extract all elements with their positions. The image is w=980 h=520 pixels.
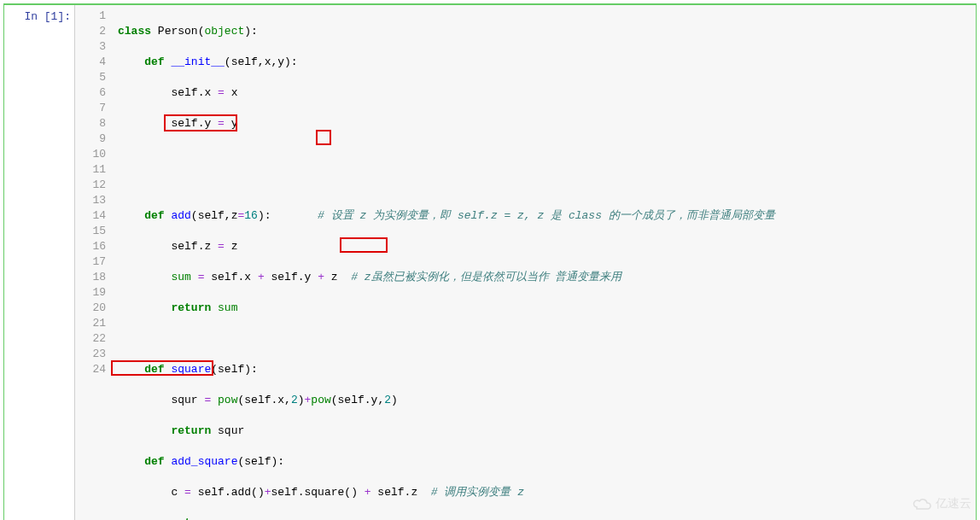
code-line: c = self.add()+self.square() + self.z # …: [118, 485, 969, 500]
line-number: 20: [75, 301, 106, 316]
line-number: 13: [75, 193, 106, 208]
line-number: 9: [75, 131, 106, 147]
line-number: 23: [75, 347, 106, 362]
watermark: 亿速云: [912, 496, 971, 511]
code-line: def square(self):: [118, 362, 969, 377]
line-number: 8: [75, 116, 106, 131]
line-number: 5: [75, 70, 106, 85]
code-line: squr = pow(self.x,2)+pow(self.y,2): [118, 393, 969, 408]
code-area: 1 2 3 4 5 6 7 8 9 10 11 12 13 14 15 16 1…: [74, 5, 976, 520]
line-number: 22: [75, 331, 106, 347]
line-number-gutter: 1 2 3 4 5 6 7 8 9 10 11 12 13 14 15 16 1…: [75, 5, 111, 520]
line-number: 16: [75, 239, 106, 254]
code-line: class Person(object):: [118, 24, 969, 39]
cloud-icon: [912, 497, 932, 511]
code-editor[interactable]: class Person(object): def __init__(self,…: [111, 5, 976, 520]
line-number: 4: [75, 55, 106, 70]
line-number: 3: [75, 39, 106, 55]
line-number: 1: [75, 9, 106, 24]
jupyter-code-cell[interactable]: In [1]: 1 2 3 4 5 6 7 8 9 10 11 12 13 14…: [3, 3, 977, 520]
line-number: 11: [75, 162, 106, 178]
line-number: 21: [75, 316, 106, 331]
code-line: return c: [118, 516, 969, 520]
code-line: self.y = y: [118, 116, 969, 131]
line-number: 2: [75, 24, 106, 39]
line-number: 14: [75, 208, 106, 224]
code-line: return sum: [118, 301, 969, 316]
code-line: def __init__(self,x,y):: [118, 55, 969, 70]
line-number: 12: [75, 178, 106, 193]
line-number: 6: [75, 85, 106, 101]
line-number: 18: [75, 270, 106, 285]
code-line: self.z = z: [118, 239, 969, 254]
line-number: 24: [75, 362, 106, 377]
line-number: 15: [75, 224, 106, 239]
code-line: return squr: [118, 424, 969, 439]
line-number: 17: [75, 254, 106, 270]
code-line: [118, 331, 969, 347]
watermark-text: 亿速云: [936, 496, 971, 510]
input-prompt: In [1]:: [24, 10, 71, 23]
line-number: 7: [75, 101, 106, 116]
line-number: 10: [75, 147, 106, 162]
code-line: [118, 178, 969, 193]
code-line: sum = self.x + self.y + z # z虽然已被实例化，但是依…: [118, 270, 969, 285]
input-prompt-area: In [1]:: [4, 5, 74, 520]
code-line: [118, 147, 969, 162]
code-line: self.x = x: [118, 85, 969, 101]
line-number: 19: [75, 285, 106, 301]
code-line: def add(self,z=16): # 设置 z 为实例变量，即 self.…: [118, 208, 969, 224]
annotation-box: [316, 130, 331, 145]
code-line: def add_square(self):: [118, 454, 969, 470]
